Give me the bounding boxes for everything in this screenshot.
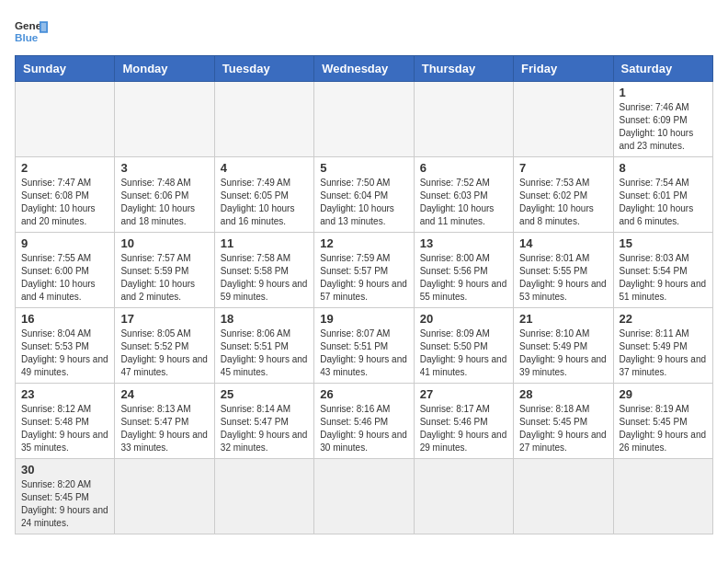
day-number: 4 — [221, 161, 308, 175]
day-info: Sunrise: 8:19 AM Sunset: 5:45 PM Dayligh… — [620, 403, 707, 454]
calendar-cell: 6Sunrise: 7:52 AM Sunset: 6:03 PM Daylig… — [414, 157, 513, 233]
calendar-cell: 11Sunrise: 7:58 AM Sunset: 5:58 PM Dayli… — [214, 233, 313, 308]
day-number: 15 — [620, 236, 707, 250]
calendar-cell: 26Sunrise: 8:16 AM Sunset: 5:46 PM Dayli… — [314, 384, 414, 459]
svg-marker-3 — [41, 23, 46, 31]
day-info: Sunrise: 7:50 AM Sunset: 6:04 PM Dayligh… — [320, 177, 407, 228]
calendar-cell: 15Sunrise: 8:03 AM Sunset: 5:54 PM Dayli… — [613, 233, 712, 308]
calendar-cell: 1Sunrise: 7:46 AM Sunset: 6:09 PM Daylig… — [613, 82, 712, 157]
calendar-cell: 25Sunrise: 8:14 AM Sunset: 5:47 PM Dayli… — [214, 384, 313, 459]
day-info: Sunrise: 8:10 AM Sunset: 5:49 PM Dayligh… — [519, 327, 607, 379]
calendar-cell: 18Sunrise: 8:06 AM Sunset: 5:51 PM Dayli… — [214, 308, 313, 384]
calendar-cell: 20Sunrise: 8:09 AM Sunset: 5:50 PM Dayli… — [414, 308, 513, 384]
day-info: Sunrise: 8:06 AM Sunset: 5:51 PM Dayligh… — [221, 327, 308, 379]
day-number: 17 — [120, 312, 208, 326]
day-info: Sunrise: 8:05 AM Sunset: 5:52 PM Dayligh… — [120, 327, 208, 379]
calendar-cell: 5Sunrise: 7:50 AM Sunset: 6:04 PM Daylig… — [314, 157, 414, 233]
day-info: Sunrise: 8:17 AM Sunset: 5:46 PM Dayligh… — [420, 403, 507, 454]
calendar-cell: 2Sunrise: 7:47 AM Sunset: 6:08 PM Daylig… — [16, 157, 115, 233]
calendar-cell — [214, 459, 313, 534]
day-info: Sunrise: 8:00 AM Sunset: 5:56 PM Dayligh… — [420, 252, 507, 304]
day-number: 14 — [519, 236, 607, 250]
day-info: Sunrise: 8:01 AM Sunset: 5:55 PM Dayligh… — [519, 252, 607, 304]
weekday-header-saturday: Saturday — [613, 56, 712, 82]
day-number: 10 — [120, 236, 208, 250]
weekday-header-row: SundayMondayTuesdayWednesdayThursdayFrid… — [16, 56, 713, 82]
calendar-cell: 27Sunrise: 8:17 AM Sunset: 5:46 PM Dayli… — [414, 384, 513, 459]
calendar-cell — [314, 82, 414, 157]
day-info: Sunrise: 8:20 AM Sunset: 5:45 PM Dayligh… — [21, 478, 108, 530]
calendar-cell — [514, 82, 613, 157]
day-info: Sunrise: 8:12 AM Sunset: 5:48 PM Dayligh… — [21, 403, 108, 454]
day-number: 5 — [320, 161, 407, 175]
day-number: 21 — [519, 312, 607, 326]
day-number: 16 — [21, 312, 108, 326]
day-info: Sunrise: 7:54 AM Sunset: 6:01 PM Dayligh… — [620, 177, 707, 228]
weekday-header-sunday: Sunday — [16, 56, 115, 82]
day-info: Sunrise: 7:48 AM Sunset: 6:06 PM Dayligh… — [120, 177, 208, 228]
calendar-cell — [115, 82, 214, 157]
calendar-cell: 16Sunrise: 8:04 AM Sunset: 5:53 PM Dayli… — [16, 308, 115, 384]
calendar-cell — [414, 459, 513, 534]
day-info: Sunrise: 8:03 AM Sunset: 5:54 PM Dayligh… — [620, 252, 707, 304]
day-number: 6 — [420, 161, 507, 175]
day-number: 23 — [21, 387, 108, 401]
calendar-cell: 9Sunrise: 7:55 AM Sunset: 6:00 PM Daylig… — [16, 233, 115, 308]
day-number: 20 — [420, 312, 507, 326]
week-row-3: 9Sunrise: 7:55 AM Sunset: 6:00 PM Daylig… — [16, 233, 713, 308]
week-row-4: 16Sunrise: 8:04 AM Sunset: 5:53 PM Dayli… — [16, 308, 713, 384]
day-info: Sunrise: 8:16 AM Sunset: 5:46 PM Dayligh… — [320, 403, 407, 454]
weekday-header-monday: Monday — [115, 56, 214, 82]
day-number: 12 — [320, 236, 407, 250]
day-info: Sunrise: 8:13 AM Sunset: 5:47 PM Dayligh… — [120, 403, 208, 454]
day-number: 18 — [221, 312, 308, 326]
calendar-cell: 4Sunrise: 7:49 AM Sunset: 6:05 PM Daylig… — [214, 157, 313, 233]
day-info: Sunrise: 8:07 AM Sunset: 5:51 PM Dayligh… — [320, 327, 407, 379]
day-number: 30 — [21, 463, 108, 477]
week-row-5: 23Sunrise: 8:12 AM Sunset: 5:48 PM Dayli… — [16, 384, 713, 459]
calendar-cell: 8Sunrise: 7:54 AM Sunset: 6:01 PM Daylig… — [613, 157, 712, 233]
header: General Blue — [15, 15, 713, 48]
calendar: SundayMondayTuesdayWednesdayThursdayFrid… — [15, 55, 713, 534]
calendar-cell — [314, 459, 414, 534]
calendar-cell — [16, 82, 115, 157]
day-number: 29 — [620, 387, 707, 401]
calendar-cell: 12Sunrise: 7:59 AM Sunset: 5:57 PM Dayli… — [314, 233, 414, 308]
weekday-header-wednesday: Wednesday — [314, 56, 414, 82]
day-number: 24 — [120, 387, 208, 401]
calendar-cell: 13Sunrise: 8:00 AM Sunset: 5:56 PM Dayli… — [414, 233, 513, 308]
day-number: 9 — [21, 236, 108, 250]
logo: General Blue — [15, 15, 48, 48]
day-number: 11 — [221, 236, 308, 250]
day-info: Sunrise: 7:47 AM Sunset: 6:08 PM Dayligh… — [21, 177, 108, 228]
day-number: 2 — [21, 161, 108, 175]
calendar-cell: 7Sunrise: 7:53 AM Sunset: 6:02 PM Daylig… — [514, 157, 613, 233]
day-number: 3 — [120, 161, 208, 175]
day-info: Sunrise: 7:59 AM Sunset: 5:57 PM Dayligh… — [320, 252, 407, 304]
calendar-cell: 17Sunrise: 8:05 AM Sunset: 5:52 PM Dayli… — [115, 308, 214, 384]
day-info: Sunrise: 7:55 AM Sunset: 6:00 PM Dayligh… — [21, 252, 108, 304]
day-number: 7 — [519, 161, 607, 175]
day-info: Sunrise: 7:57 AM Sunset: 5:59 PM Dayligh… — [120, 252, 208, 304]
day-info: Sunrise: 8:14 AM Sunset: 5:47 PM Dayligh… — [221, 403, 308, 454]
calendar-cell: 28Sunrise: 8:18 AM Sunset: 5:45 PM Dayli… — [514, 384, 613, 459]
day-number: 19 — [320, 312, 407, 326]
week-row-2: 2Sunrise: 7:47 AM Sunset: 6:08 PM Daylig… — [16, 157, 713, 233]
day-info: Sunrise: 7:53 AM Sunset: 6:02 PM Dayligh… — [519, 177, 607, 228]
calendar-cell: 22Sunrise: 8:11 AM Sunset: 5:49 PM Dayli… — [613, 308, 712, 384]
day-number: 26 — [320, 387, 407, 401]
day-info: Sunrise: 7:49 AM Sunset: 6:05 PM Dayligh… — [221, 177, 308, 228]
svg-text:Blue: Blue — [15, 31, 39, 43]
day-number: 22 — [620, 312, 707, 326]
weekday-header-friday: Friday — [514, 56, 613, 82]
logo-icon: General Blue — [15, 15, 48, 48]
weekday-header-tuesday: Tuesday — [214, 56, 313, 82]
week-row-6: 30Sunrise: 8:20 AM Sunset: 5:45 PM Dayli… — [16, 459, 713, 534]
day-info: Sunrise: 7:46 AM Sunset: 6:09 PM Dayligh… — [620, 101, 707, 153]
weekday-header-thursday: Thursday — [414, 56, 513, 82]
week-row-1: 1Sunrise: 7:46 AM Sunset: 6:09 PM Daylig… — [16, 82, 713, 157]
day-info: Sunrise: 8:11 AM Sunset: 5:49 PM Dayligh… — [620, 327, 707, 379]
calendar-cell — [115, 459, 214, 534]
day-info: Sunrise: 7:58 AM Sunset: 5:58 PM Dayligh… — [221, 252, 308, 304]
calendar-cell — [514, 459, 613, 534]
